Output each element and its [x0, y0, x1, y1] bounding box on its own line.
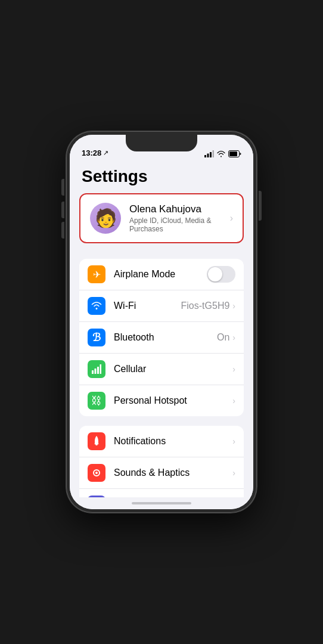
svg-rect-8 [97, 367, 99, 374]
svg-point-11 [95, 472, 98, 474]
notch [126, 135, 197, 151]
profile-chevron: › [230, 213, 233, 224]
airplane-mode-icon: ✈ [88, 265, 105, 283]
sounds-icon [88, 464, 105, 482]
profile-card[interactable]: 🧑 Olena Kahujova Apple ID, iCloud, Media… [79, 193, 244, 243]
profile-name: Olena Kahujova [129, 203, 230, 215]
profile-info: Olena Kahujova Apple ID, iCloud, Media &… [129, 203, 230, 233]
airplane-mode-row[interactable]: ✈ Airplane Mode [79, 259, 244, 290]
svg-rect-7 [95, 369, 97, 374]
cellular-label: Cellular [114, 364, 232, 374]
avatar: 🧑 [90, 203, 121, 234]
svg-rect-5 [229, 151, 237, 156]
phone-frame: 13:28 ↗ [66, 131, 257, 513]
sounds-chevron: › [232, 468, 235, 478]
bluetooth-value: On [217, 332, 229, 343]
bluetooth-row[interactable]: ℬ Bluetooth On › [79, 322, 244, 354]
svg-rect-9 [100, 364, 102, 374]
battery-icon [228, 150, 241, 157]
hotspot-icon: ⛓ [88, 392, 105, 410]
spacer-2 [70, 416, 253, 421]
scroll-area: Settings 🧑 Olena Kahujova Apple ID, iClo… [70, 161, 253, 497]
notifications-group: Notifications › Sounds & Haptics › [79, 426, 244, 497]
hotspot-chevron: › [232, 396, 235, 405]
bluetooth-icon: ℬ [88, 329, 105, 346]
wifi-icon [88, 297, 105, 315]
svg-rect-0 [204, 155, 206, 157]
svg-rect-3 [213, 150, 215, 157]
dnd-row[interactable]: 🌙 Do Not Disturb › [79, 489, 244, 497]
cellular-chevron: › [232, 364, 235, 374]
wifi-value: Fios-tG5H9 [181, 301, 230, 311]
sounds-row[interactable]: Sounds & Haptics › [79, 457, 244, 489]
phone-screen: 13:28 ↗ [70, 135, 253, 509]
bluetooth-chevron: › [232, 333, 235, 342]
memoji-emoji: 🧑 [95, 209, 117, 227]
cellular-row[interactable]: Cellular › [79, 354, 244, 385]
signal-icon [204, 150, 214, 157]
wifi-row[interactable]: Wi-Fi Fios-tG5H9 › [79, 290, 244, 322]
status-icons [204, 150, 241, 157]
svg-rect-1 [207, 154, 209, 158]
cellular-icon [88, 360, 105, 378]
notifications-label: Notifications [114, 436, 232, 447]
status-time: 13:28 [82, 148, 101, 157]
spacer-1 [70, 249, 253, 254]
connectivity-group: ✈ Airplane Mode Wi-Fi [79, 259, 244, 416]
notifications-row[interactable]: Notifications › [79, 426, 244, 457]
page-title: Settings [70, 161, 253, 193]
sounds-label: Sounds & Haptics [114, 467, 232, 478]
notifications-chevron: › [232, 436, 235, 446]
notifications-icon [88, 432, 105, 450]
home-bar [132, 502, 191, 504]
svg-rect-6 [92, 370, 94, 374]
location-icon: ↗ [103, 149, 108, 157]
hotspot-row[interactable]: ⛓ Personal Hotspot › [79, 385, 244, 416]
profile-subtitle: Apple ID, iCloud, Media & Purchases [129, 216, 230, 233]
svg-rect-2 [210, 152, 212, 157]
home-indicator [70, 497, 253, 509]
airplane-mode-label: Airplane Mode [114, 269, 207, 280]
toggle-thumb [208, 267, 222, 281]
hotspot-label: Personal Hotspot [114, 395, 232, 406]
wifi-chevron: › [232, 301, 235, 311]
wifi-label: Wi-Fi [114, 301, 181, 311]
wifi-status-icon [217, 151, 225, 157]
airplane-mode-toggle[interactable] [207, 266, 235, 283]
bluetooth-label: Bluetooth [114, 332, 217, 343]
